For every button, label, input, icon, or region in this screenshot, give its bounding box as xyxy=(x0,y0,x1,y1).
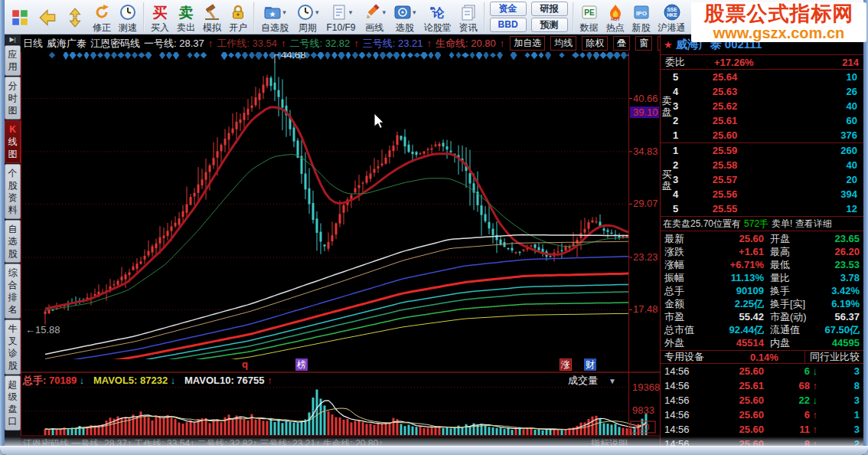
tick-row: 14:5625.606 ↓3 xyxy=(661,364,863,378)
sidebar-tab-自选股[interactable]: 自选股 xyxy=(5,220,21,263)
chart-button-除权[interactable]: 除权 xyxy=(582,36,608,51)
sidebar-tab-个股资料[interactable]: 个股资料 xyxy=(5,164,21,219)
chart-button-预测[interactable]: 预测 xyxy=(658,36,660,51)
indicator-line-value: 三号线: 23.21 xyxy=(363,37,423,51)
toolbar-button-热点[interactable]: HOT热点 xyxy=(603,1,628,34)
svg-text:23.23: 23.23 xyxy=(633,251,658,263)
toolbar-button-资金[interactable]: 资金 xyxy=(490,2,527,16)
order-book-row: 525.5512 xyxy=(673,201,863,216)
star-icon: ★ xyxy=(664,39,673,51)
mavol5-value: 87232 xyxy=(140,375,168,386)
toolbar-button-模拟[interactable]: 模拟 xyxy=(200,1,224,34)
tick-row: 14:5625.6168 ↑8 xyxy=(661,378,863,393)
toolbar-button-数据[interactable]: PE数据 xyxy=(577,1,602,34)
toolbar-separator xyxy=(484,2,485,31)
sidebar-tab-应用[interactable]: 应用 xyxy=(5,45,21,76)
toolbar-button-选股[interactable]: ▾选股 xyxy=(390,1,419,34)
toolbar-button-开户[interactable]: 开户 xyxy=(226,1,250,34)
sidebar-tab-分时图[interactable]: 分时图 xyxy=(5,77,21,119)
toolbar-separator xyxy=(143,2,145,31)
toolbar-button-研报[interactable]: 研报 xyxy=(531,2,568,16)
sidebar-tab-K线图[interactable]: K线图 xyxy=(5,120,21,163)
order-book-row: 125.60376 xyxy=(673,128,863,142)
indicator-line-value: 一号线: 28.37 xyxy=(144,37,204,51)
toolbar-button-资讯[interactable]: 资讯 xyxy=(456,1,481,34)
order-book-row: 325.5720 xyxy=(673,172,863,187)
toolbar-button-BBD[interactable]: BBD xyxy=(490,18,527,32)
svg-text:39.10: 39.10 xyxy=(633,106,658,118)
toolbar-button-论股堂[interactable]: 论论股堂 xyxy=(421,1,455,34)
indicator-name-label: 江恩密码线 xyxy=(90,37,140,51)
toolbar-button-F10/F9[interactable]: ▾F10/F9 xyxy=(324,1,359,34)
toolbar-separator xyxy=(573,2,574,31)
sell-icon: 卖 xyxy=(177,3,195,21)
clock-icon xyxy=(119,3,137,21)
toolbar-button-测速[interactable]: 测速 xyxy=(116,1,140,34)
toolbar-button-预测[interactable]: 预测 xyxy=(531,18,568,32)
tick-row: 14:5625.6011 ↑3 xyxy=(661,422,863,437)
volume-indicator-select[interactable]: 成交量▼ xyxy=(568,374,616,388)
buy-book: 买盘125.59260225.5840325.5720425.56394525.… xyxy=(661,143,863,217)
indicator-line-value: 生命线: 20.80 xyxy=(436,37,496,51)
toolbar-button-自选股[interactable]: ★▾自选股 xyxy=(258,1,292,34)
sidebar-tab-牛叉诊股[interactable]: 牛叉诊股 xyxy=(5,319,21,375)
stat-row: 振幅11.13%量比3.78 xyxy=(661,271,863,284)
chart-button-加自选[interactable]: 加自选 xyxy=(510,36,545,51)
chevron-down-icon: ▾ xyxy=(349,8,353,16)
svg-text:17.48: 17.48 xyxy=(633,303,658,315)
toolbar-button-画线[interactable]: ▾画线 xyxy=(361,1,390,34)
lun-icon: 论 xyxy=(429,3,447,21)
marker-cai[interactable]: 财 xyxy=(584,358,596,371)
toolbar-button-新股[interactable]: IPO新股 xyxy=(629,1,654,34)
toolbar-button-周期[interactable]: ▾周期 xyxy=(293,1,322,34)
chart-button-窗[interactable]: 窗 xyxy=(635,36,652,51)
toolbar-button-grid[interactable] xyxy=(7,6,33,28)
chart-button-叠[interactable]: 叠 xyxy=(613,36,630,51)
stat-row: 市盈55.42市盈(动)56.37 xyxy=(661,310,863,323)
mavol10-line xyxy=(45,408,646,430)
marker-zhang[interactable]: 涨 xyxy=(560,358,572,371)
period-label: 日线 xyxy=(23,37,43,51)
marker-q[interactable]: q xyxy=(242,358,248,370)
marker-bang[interactable]: 榜 xyxy=(295,358,308,371)
toolbar-button-卖出[interactable]: 卖卖出 xyxy=(174,1,198,34)
stat-row: 总手90109换手3.42% xyxy=(661,284,863,297)
toolbar-button-沪港通[interactable]: SSEHKE沪港通 xyxy=(655,1,689,34)
flame-icon: HOT xyxy=(606,3,625,21)
sidebar-collapse-button[interactable]: ▶| xyxy=(5,34,21,44)
order-book-row: 425.56394 xyxy=(673,187,863,201)
svg-text:←15.88: ←15.88 xyxy=(25,324,60,336)
sector-row[interactable]: 专用设备0.14%同行业比较 xyxy=(661,350,863,364)
sse-icon: SSEHKE xyxy=(663,3,681,21)
buy-icon: 买 xyxy=(151,3,169,21)
tick-row: 14:5625.6022 ↓3 xyxy=(661,393,863,408)
window-bottom-edge xyxy=(0,446,868,455)
pencil-icon xyxy=(364,3,382,21)
toolbar-button-修正[interactable]: 修正 xyxy=(90,1,114,34)
svg-text:★: ★ xyxy=(269,10,276,18)
clock-icon xyxy=(296,3,315,21)
stat-row: 总市值92.44亿流通值67.50亿 xyxy=(661,323,863,336)
chart-button-均线[interactable]: 均线 xyxy=(550,36,576,51)
toolbar-button-买入[interactable]: 买买入 xyxy=(148,1,172,34)
sidebar-tab-超级盘口[interactable]: 超级盘口 xyxy=(5,375,21,430)
svg-text:SSE: SSE xyxy=(667,6,677,11)
sell-book: 卖盘525.6410425.6326325.6240225.6160125.60… xyxy=(661,70,863,143)
overlay-line-gann-red xyxy=(45,273,647,371)
tick-row: 14:5625.606 ↑1 xyxy=(661,408,863,422)
stat-row: 涨跌+1.61最高26.20 xyxy=(661,245,863,258)
svg-text:9833: 9833 xyxy=(632,404,654,416)
order-book-row: 525.6410 xyxy=(673,70,863,84)
svg-text:论: 论 xyxy=(432,6,445,19)
volume-zong-label: 总手: xyxy=(23,375,46,386)
overlay-line-lifeline xyxy=(45,107,647,309)
volume-zong-value: 70189 xyxy=(49,375,77,386)
arrows-ud-icon xyxy=(65,8,85,28)
sidebar-tab-综合排名[interactable]: 综合排名 xyxy=(5,264,21,319)
toolbar-button-arrow-left[interactable] xyxy=(34,6,60,28)
ipo-icon: IPO xyxy=(632,3,651,21)
large-order-notice[interactable]: 在卖盘25.70位置有572手卖单! 查看详细 xyxy=(661,217,863,231)
svg-text:19368: 19368 xyxy=(632,381,660,393)
weibi-row: 委比+17.26%214 xyxy=(661,55,863,70)
toolbar-button-arrows-ud[interactable] xyxy=(62,6,88,28)
